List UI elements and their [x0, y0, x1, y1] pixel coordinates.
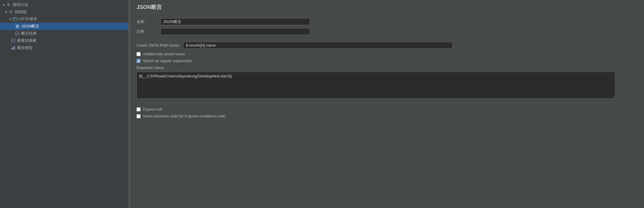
view-result-icon — [11, 38, 16, 43]
sidebar-item-assert-result[interactable]: 断言结果 — [0, 30, 128, 37]
svg-rect-6 — [16, 32, 19, 35]
sidebar-label-http-request: HTTP请求 — [19, 16, 37, 22]
expected-value-label: Expected Value: — [136, 65, 638, 70]
comment-row: 注释： — [136, 28, 638, 35]
sidebar-label-assert-result: 断言结果 — [21, 31, 37, 36]
comment-label: 注释： — [136, 29, 160, 34]
sidebar-label-thread-group: 线程组 — [15, 9, 27, 15]
svg-rect-12 — [14, 46, 15, 50]
assert-result-icon — [15, 31, 20, 36]
svg-point-2 — [14, 18, 14, 19]
divider-1 — [136, 40, 638, 40]
sidebar-item-aggregate-report[interactable]: 聚合报告 — [0, 44, 128, 51]
gear-icon-thread: ⚙ — [9, 10, 13, 14]
expect-null-checkbox[interactable] — [136, 107, 141, 111]
svg-rect-10 — [11, 48, 12, 50]
match-regex-label: Match as regular expression — [143, 59, 192, 63]
expand-arrow-json — [13, 25, 14, 28]
invert-assertion-row: Invert assertion (will fail if above con… — [136, 114, 638, 118]
expected-value-textarea[interactable]: ${__CSVRead(/Users/deyoukong/Desktop/tes… — [136, 72, 615, 99]
svg-rect-7 — [11, 39, 15, 42]
expand-arrow-thread-group: ▼ — [5, 10, 8, 14]
svg-point-3 — [14, 18, 15, 19]
http-icon — [13, 17, 18, 22]
sidebar-item-json-assert[interactable]: J JSON断言 — [0, 23, 128, 30]
assert-json-path-row: Assert JSON Path exists: — [136, 42, 638, 49]
name-label: 名称： — [136, 19, 160, 25]
invert-assertion-label: Invert assertion (will fail if above con… — [143, 114, 226, 118]
sidebar-item-view-result-tree[interactable]: 察看结果树 — [0, 37, 128, 44]
divider-2 — [136, 103, 638, 103]
json-assert-icon: J — [15, 24, 20, 29]
expand-arrow-assert — [13, 32, 14, 35]
assert-json-path-input[interactable] — [183, 42, 452, 49]
match-regex-row: Match as regular expression — [136, 59, 638, 63]
sidebar: ▼ ⚙ 测试计划 ▼ ⚙ 线程组 ▼ HTTP请求 J JSO — [0, 0, 129, 208]
aggregate-report-icon — [11, 45, 16, 50]
expect-null-label: Expect null — [143, 107, 162, 111]
sidebar-item-thread-group[interactable]: ▼ ⚙ 线程组 — [0, 8, 128, 16]
expand-arrow-report — [9, 46, 10, 50]
additionally-assert-checkbox[interactable] — [136, 52, 141, 56]
additionally-assert-row: Additionally assert value — [136, 52, 638, 56]
title-text: JSON断言 — [136, 4, 162, 10]
sidebar-label-aggregate-report: 聚合报告 — [17, 45, 33, 51]
match-regex-checkbox[interactable] — [136, 59, 141, 63]
sidebar-label-view-result-tree: 察看结果树 — [17, 38, 37, 43]
name-input[interactable] — [160, 18, 310, 25]
svg-text:J: J — [16, 25, 17, 27]
expand-arrow-test-plan: ▼ — [2, 3, 5, 7]
sidebar-label-json-assert: JSON断言 — [21, 24, 40, 29]
main-content: JSON断言 名称： 注释： Assert JSON Path exists: … — [130, 0, 644, 208]
additionally-assert-label: Additionally assert value — [143, 52, 185, 56]
expected-value-section: Expected Value: ${__CSVRead(/Users/deyou… — [136, 65, 638, 100]
sidebar-item-http-request[interactable]: ▼ HTTP请求 — [0, 16, 128, 23]
sidebar-item-test-plan[interactable]: ▼ ⚙ 测试计划 — [0, 1, 128, 8]
svg-rect-11 — [13, 47, 13, 50]
sidebar-label-test-plan: 测试计划 — [13, 2, 28, 7]
expand-arrow-view — [9, 39, 10, 42]
page-title: JSON断言 — [130, 0, 644, 13]
expect-null-row: Expect null — [136, 107, 638, 111]
gear-icon: ⚙ — [6, 2, 11, 7]
comment-input[interactable] — [160, 28, 310, 35]
form-area: 名称： 注释： Assert JSON Path exists: Additio… — [130, 13, 644, 126]
name-row: 名称： — [136, 18, 638, 25]
assert-json-path-label: Assert JSON Path exists: — [136, 43, 180, 48]
expand-arrow-http: ▼ — [9, 18, 12, 21]
invert-assertion-checkbox[interactable] — [136, 114, 141, 118]
